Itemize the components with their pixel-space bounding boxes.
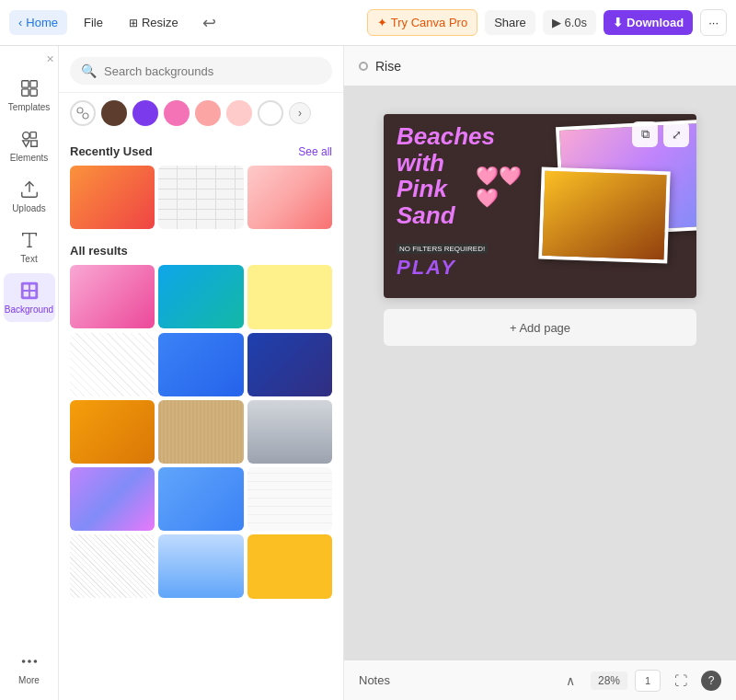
svg-rect-3 (29, 89, 36, 96)
resize-button[interactable]: ⊞ Resize (120, 10, 188, 35)
panel-search-area: 🔍 (59, 46, 343, 93)
page-number-button[interactable]: 1 (635, 670, 661, 692)
svg-rect-14 (23, 292, 28, 297)
canvas-card[interactable]: ⧉ ⤢ BeacheswithPinkSand 🩷🩷🩷 🦋 🌿 NO (384, 114, 696, 298)
home-label: Home (26, 16, 58, 29)
fullscreen-icon[interactable]: ⛶ (668, 668, 694, 694)
bg-thumb-blue-dark[interactable] (247, 333, 332, 396)
add-page-button[interactable]: + Add page (384, 309, 696, 346)
svg-point-19 (77, 108, 83, 113)
svg-marker-6 (22, 141, 29, 146)
download-icon: ⬇ (613, 16, 623, 29)
file-menu-button[interactable]: File (75, 10, 112, 35)
pattern-icon (76, 107, 89, 120)
see-all-button[interactable]: See all (298, 145, 332, 158)
swatch-purple[interactable] (132, 100, 158, 126)
svg-rect-11 (20, 282, 37, 299)
bg-thumb-gold[interactable] (247, 534, 332, 598)
svg-point-17 (28, 660, 31, 663)
chevron-left-icon: ‹ (18, 16, 22, 29)
backgrounds-panel: 🔍 › Recently Used See al (59, 46, 344, 700)
swatch-pink[interactable] (195, 100, 221, 126)
bg-thumb-blue-teal[interactable] (158, 265, 243, 328)
timer-button[interactable]: ▶ 6.0s (543, 10, 596, 35)
swatch-brown[interactable] (101, 100, 127, 126)
uploads-label: Uploads (12, 203, 46, 213)
undo-button[interactable]: ↩ (195, 9, 224, 37)
bg-thumb-light-blue[interactable] (158, 534, 243, 598)
design-no-filters-text: NO FILTERS REQUIRED! (397, 244, 488, 254)
templates-label: Templates (8, 102, 51, 112)
all-results-title: All results (70, 244, 128, 258)
swatch-pink-dark[interactable] (164, 100, 190, 126)
swatch-peach[interactable] (226, 100, 252, 126)
bg-thumb-purple-sky[interactable] (70, 467, 155, 531)
resize-label: Resize (142, 16, 178, 29)
timer-label: ▶ 6.0s (552, 16, 587, 29)
canvas-status-dot (359, 62, 368, 71)
search-input[interactable] (104, 64, 321, 78)
svg-point-4 (22, 132, 29, 139)
bg-thumb-blue-grad2[interactable] (158, 467, 243, 531)
canvas-area: Rise ⧉ ⤢ BeacheswithPinkSand 🩷🩷🩷 🦋 🌿 (344, 46, 736, 700)
recent-thumb-1[interactable] (70, 166, 155, 229)
notes-button[interactable]: Notes (359, 673, 390, 687)
duplicate-icon[interactable]: ⧉ (632, 121, 658, 147)
svg-rect-2 (21, 89, 28, 96)
canvas-bottom-bar: Notes ∧ 28% 1 ⛶ ? (344, 660, 736, 700)
color-swatches-row: › (59, 93, 343, 133)
more-label: More (18, 675, 40, 685)
panel-content: Recently Used See all All results (59, 133, 343, 700)
bg-thumb-blue-bright[interactable] (158, 333, 243, 396)
canvas-wrapper: ⧉ ⤢ BeacheswithPinkSand 🩷🩷🩷 🦋 🌿 NO (384, 114, 696, 346)
download-button[interactable]: ⬇ Download (604, 10, 693, 35)
design-photo-beach (538, 167, 670, 264)
more-options-button[interactable]: ··· (700, 9, 727, 36)
canvas-scroll-area[interactable]: ⧉ ⤢ BeacheswithPinkSand 🩷🩷🩷 🦋 🌿 NO (344, 86, 736, 660)
sidebar-item-background[interactable]: Background (4, 273, 55, 322)
help-icon[interactable]: ? (701, 671, 721, 691)
all-results-section-header: All results (70, 244, 332, 258)
svg-rect-13 (29, 285, 34, 291)
recent-thumb-2[interactable] (158, 166, 243, 229)
svg-rect-1 (29, 81, 36, 87)
expand-icon[interactable]: ⤢ (663, 121, 689, 147)
bg-thumb-wood[interactable] (158, 400, 243, 464)
bg-thumb-light-pattern[interactable] (70, 534, 155, 598)
design-play-text: PLAY (397, 256, 456, 280)
recently-used-grid (70, 166, 332, 229)
svg-rect-12 (23, 285, 28, 291)
bg-thumb-cloud[interactable] (247, 400, 332, 464)
sidebar-item-elements[interactable]: Elements (4, 121, 55, 170)
swatch-pattern[interactable] (70, 100, 96, 126)
uploads-icon (19, 179, 40, 200)
share-button[interactable]: Share (485, 10, 535, 35)
text-icon (19, 230, 40, 250)
add-page-label: + Add page (510, 321, 570, 335)
zoom-display[interactable]: 28% (591, 671, 627, 690)
sidebar-item-more[interactable]: More (4, 644, 55, 693)
svg-point-16 (21, 660, 25, 663)
chevron-up-icon[interactable]: ∧ (558, 668, 583, 694)
canvas-action-icons: ⧉ ⤢ (632, 121, 689, 147)
bg-thumb-yellow[interactable] (247, 265, 332, 328)
sidebar-item-text[interactable]: Text (4, 223, 55, 271)
try-pro-button[interactable]: ✦ Try Canva Pro (367, 9, 477, 36)
swatches-next-button[interactable]: › (289, 102, 311, 124)
design-hearts: 🩷🩷🩷 (476, 165, 522, 209)
swatch-white[interactable] (258, 100, 283, 126)
recent-thumb-3[interactable] (247, 166, 332, 229)
search-box[interactable]: 🔍 (70, 57, 332, 85)
sidebar-item-templates[interactable]: Templates (4, 71, 55, 120)
bg-thumb-pink-gradient[interactable] (70, 265, 155, 328)
page-number: 1 (645, 675, 650, 686)
file-label: File (84, 16, 103, 29)
sidebar-item-uploads[interactable]: Uploads (4, 172, 55, 221)
bg-thumb-marble[interactable] (70, 333, 155, 396)
bg-thumb-orange-sand[interactable] (70, 400, 155, 464)
all-results-grid (70, 265, 332, 598)
close-icon[interactable]: ✕ (46, 53, 54, 65)
bg-thumb-white-texture[interactable] (247, 467, 332, 531)
back-button[interactable]: ‹ Home (9, 10, 67, 35)
svg-rect-5 (29, 132, 35, 138)
